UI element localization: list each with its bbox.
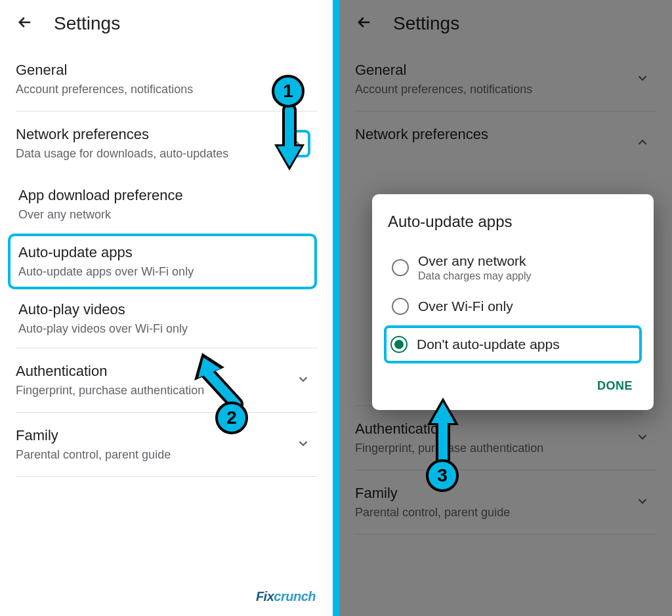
settings-header: Settings: [0, 0, 333, 47]
settings-screen-dialog: Settings General Account preferences, no…: [339, 0, 672, 616]
section-authentication[interactable]: Authentication Fingerprint, purchase aut…: [355, 406, 656, 470]
watermark-crunch: crunch: [274, 589, 316, 604]
radio-dont-auto-update-highlighted[interactable]: Don't auto-update apps: [384, 325, 642, 363]
section-title: Network preferences: [355, 126, 656, 143]
section-title: General: [16, 62, 317, 79]
section-title: Family: [16, 427, 317, 444]
item-title: Auto-update apps: [18, 244, 306, 261]
radio-checked-icon: [390, 336, 408, 353]
radio-unchecked-icon: [392, 259, 409, 276]
section-title: Family: [355, 485, 656, 502]
dialog-title: Auto-update apps: [388, 213, 638, 231]
back-arrow-icon[interactable]: [16, 13, 34, 34]
chevron-down-icon: [296, 436, 310, 453]
auto-update-dialog: Auto-update apps Over any network Data c…: [372, 194, 654, 410]
radio-over-any-network[interactable]: Over any network Data charges may apply: [388, 245, 638, 290]
done-button[interactable]: DONE: [592, 373, 638, 400]
item-title: App download preference: [18, 187, 317, 204]
item-auto-update-highlighted[interactable]: Auto-update apps Auto-update apps over W…: [8, 234, 317, 289]
annotation-badge-2: 2: [215, 401, 248, 434]
section-subtitle: Fingerprint, purchase authentication: [355, 441, 656, 455]
section-general[interactable]: General Account preferences, notificatio…: [16, 47, 317, 111]
section-title: Authentication: [355, 421, 656, 438]
section-subtitle: Parental control, parent guide: [16, 448, 317, 462]
settings-screen-expanded: Settings General Account preferences, no…: [0, 0, 333, 616]
radio-label: Don't auto-update apps: [417, 337, 560, 352]
radio-sublabel: Data charges may apply: [418, 270, 532, 282]
page-title: Settings: [54, 13, 120, 34]
divider: [355, 534, 656, 535]
chevron-down-icon: [635, 71, 650, 88]
section-family[interactable]: Family Parental control, parent guide: [16, 413, 317, 476]
chevron-down-icon: [635, 494, 650, 511]
section-family[interactable]: Family Parental control, parent guide: [355, 470, 656, 534]
annotation-arrow-up-icon: [417, 392, 469, 464]
section-title: General: [355, 62, 656, 79]
section-network[interactable]: Network preferences: [355, 112, 656, 176]
page-title: Settings: [393, 13, 459, 34]
radio-label: Over Wi-Fi only: [418, 298, 513, 314]
radio-over-wifi-only[interactable]: Over Wi-Fi only: [388, 290, 638, 323]
watermark-fix: Fix: [256, 589, 274, 604]
item-app-download[interactable]: App download preference Over any network: [16, 175, 317, 234]
radio-label: Over any network: [418, 253, 532, 269]
radio-unchecked-icon: [392, 298, 409, 315]
chevron-down-icon: [296, 372, 310, 389]
annotation-badge-1: 1: [272, 75, 304, 108]
section-title: Authentication: [16, 363, 317, 380]
section-subtitle: Parental control, parent guide: [355, 506, 656, 520]
annotation-arrow-down-icon: [266, 105, 312, 177]
item-subtitle: Auto-play videos over Wi-Fi only: [18, 322, 317, 336]
annotation-badge-3: 3: [426, 459, 459, 492]
back-arrow-icon[interactable]: [355, 13, 373, 34]
divider: [16, 476, 317, 477]
section-authentication[interactable]: Authentication Fingerprint, purchase aut…: [16, 348, 317, 412]
chevron-down-icon: [635, 430, 650, 447]
item-autoplay[interactable]: Auto-play videos Auto-play videos over W…: [16, 289, 317, 348]
chevron-up-icon: [635, 135, 650, 152]
section-subtitle: Fingerprint, purchase authentication: [16, 384, 317, 398]
section-subtitle: Account preferences, notifications: [355, 83, 656, 96]
watermark: Fixcrunch: [256, 589, 316, 604]
item-subtitle: Auto-update apps over Wi-Fi only: [18, 265, 306, 279]
settings-header: Settings: [339, 0, 672, 47]
item-title: Auto-play videos: [18, 301, 317, 318]
section-general[interactable]: General Account preferences, notificatio…: [355, 47, 656, 111]
item-subtitle: Over any network: [18, 208, 317, 222]
